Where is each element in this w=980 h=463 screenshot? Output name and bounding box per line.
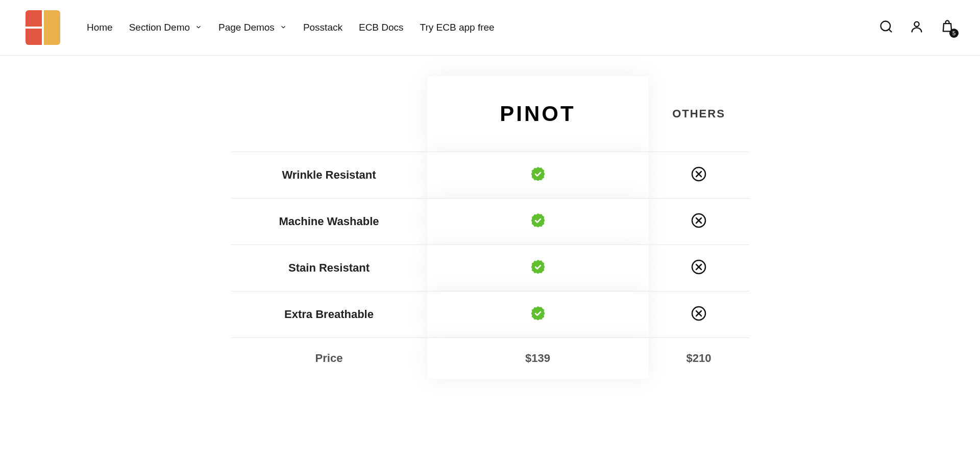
table-header-row: PINOT OTHERS: [231, 76, 749, 152]
nav-label: Try ECB app free: [420, 22, 495, 33]
main-content: PINOT OTHERS Wrinkle ResistantMachine Wa…: [0, 56, 980, 399]
feature-label: Machine Washable: [231, 199, 427, 245]
brand-cell: [427, 291, 649, 338]
table-row: Wrinkle Resistant: [231, 152, 749, 199]
nav-label: Home: [87, 22, 113, 33]
check-badge-icon: [530, 305, 546, 322]
others-header: OTHERS: [649, 76, 749, 152]
feature-label: Wrinkle Resistant: [231, 152, 427, 199]
svg-line-1: [889, 29, 891, 32]
price-label: Price: [231, 338, 427, 379]
price-row: Price$139$210: [231, 338, 749, 379]
nav-posstack[interactable]: Posstack: [303, 22, 342, 33]
check-badge-icon: [530, 212, 546, 229]
svg-point-2: [914, 22, 919, 27]
nav-label: Posstack: [303, 22, 342, 33]
search-icon: [879, 19, 893, 34]
header-actions: 5: [879, 19, 954, 36]
x-circle-icon: [691, 212, 707, 229]
table-row: Stain Resistant: [231, 245, 749, 291]
nav-ecb-docs[interactable]: ECB Docs: [359, 22, 404, 33]
brand-cell: [427, 245, 649, 291]
site-logo[interactable]: [26, 10, 60, 45]
main-nav: Home Section Demo Page Demos Posstack EC…: [87, 22, 495, 33]
nav-page-demos[interactable]: Page Demos: [218, 22, 287, 33]
brand-price: $139: [427, 338, 649, 379]
brand-cell: [427, 152, 649, 199]
check-badge-icon: [530, 259, 546, 275]
nav-label: ECB Docs: [359, 22, 404, 33]
cart-button[interactable]: 5: [940, 19, 954, 36]
x-circle-icon: [691, 259, 707, 275]
x-circle-icon: [691, 166, 707, 182]
feature-label: Stain Resistant: [231, 245, 427, 291]
brand-cell: [427, 199, 649, 245]
feature-label: Extra Breathable: [231, 291, 427, 338]
nav-section-demo[interactable]: Section Demo: [129, 22, 202, 33]
account-button[interactable]: [910, 19, 924, 36]
nav-home[interactable]: Home: [87, 22, 113, 33]
brand-header: PINOT: [427, 76, 649, 152]
nav-label: Section Demo: [129, 22, 190, 33]
other-cell: [649, 245, 749, 291]
table-row: Extra Breathable: [231, 291, 749, 338]
other-price: $210: [649, 338, 749, 379]
cart-count-badge: 5: [949, 29, 959, 38]
nav-label: Page Demos: [218, 22, 275, 33]
chevron-down-icon: [195, 22, 202, 33]
x-circle-icon: [691, 305, 707, 322]
nav-try-ecb[interactable]: Try ECB app free: [420, 22, 495, 33]
chevron-down-icon: [280, 22, 287, 33]
check-badge-icon: [530, 166, 546, 182]
others-label: OTHERS: [654, 107, 744, 120]
other-cell: [649, 152, 749, 199]
site-header: Home Section Demo Page Demos Posstack EC…: [0, 0, 980, 56]
comparison-table: PINOT OTHERS Wrinkle ResistantMachine Wa…: [231, 76, 749, 379]
user-icon: [910, 19, 924, 34]
table-row: Machine Washable: [231, 199, 749, 245]
other-cell: [649, 199, 749, 245]
brand-logo-text: PINOT: [432, 102, 644, 126]
other-cell: [649, 291, 749, 338]
search-button[interactable]: [879, 19, 893, 36]
